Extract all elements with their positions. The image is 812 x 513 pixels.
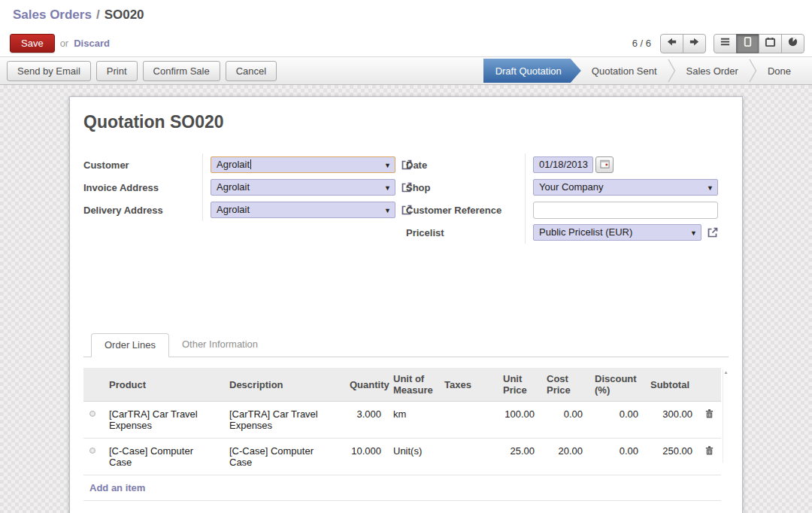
delivery-address-label: Delivery Address [83,205,202,216]
product-column-header[interactable]: Product [103,368,223,402]
edit-toolbar: Save or Discard 6 / 6 [0,30,812,56]
cell-cost-price[interactable]: 0.00 [541,402,589,439]
quotation-title: Quotation SO020 [83,112,729,132]
text-cursor [250,159,251,169]
save-button[interactable]: Save [10,34,55,53]
list-icon [720,36,731,50]
cell-discount[interactable]: 0.00 [589,439,644,475]
tab-other-information[interactable]: Other Information [169,333,271,357]
quantity-column-header[interactable]: Quantity [344,368,387,402]
pager-buttons [660,34,706,53]
drag-handle-icon[interactable] [89,411,95,417]
taxes-column-header[interactable]: Taxes [438,368,497,402]
calendar-icon [600,158,610,172]
cell-subtotal[interactable]: 300.00 [644,402,698,439]
chevron-down-icon: ▼ [384,180,391,196]
drag-handle-icon[interactable] [89,448,95,454]
date-picker-button[interactable] [595,156,614,173]
status-step-done[interactable]: Done [757,57,801,84]
breadcrumb-separator: / [96,8,100,23]
order-lines-table-wrap: ▴ Product Description Quantity Unit of M… [83,368,729,501]
chevron-down-icon: ▼ [707,180,714,196]
table-scrollbar[interactable]: ▴ [723,369,729,463]
customer-field-row: Customer Agrolait▼ [83,153,406,176]
field-grid: Customer Agrolait▼ Invoice Address Agrol… [83,153,729,244]
order-line-row[interactable]: [C-Case] Computer Case [C-Case] Computer… [83,439,721,475]
form-view-button[interactable] [736,34,759,53]
cell-description[interactable]: [C-Case] Computer Case [223,439,344,475]
pricelist-field-row: Pricelist Public Pricelist (EUR)▼ [406,221,729,244]
shop-select[interactable]: Your Company▼ [533,179,718,196]
delete-column-header [698,368,721,402]
chevron-down-icon: ▼ [384,157,391,174]
left-arrow-icon [666,36,677,50]
order-lines-table: Product Description Quantity Unit of Mea… [83,368,721,501]
cell-quantity[interactable]: 3.000 [344,402,387,439]
delivery-address-select[interactable]: Agrolait▼ [211,202,395,218]
breadcrumb-sales-orders-link[interactable]: Sales Orders [13,8,92,23]
date-label: Date [406,159,525,171]
cell-description[interactable]: [CarTRA] Car Travel Expenses [223,402,344,439]
table-header-row: Product Description Quantity Unit of Mea… [83,368,721,402]
delivery-address-field-row: Delivery Address Agrolait▼ [83,199,406,221]
date-field-row: Date 01/18/2013 [406,153,729,176]
status-step-sales-order[interactable]: Sales Order [676,57,749,84]
workflow-statusbar: Draft Quotation Quotation Sent Sales Ord… [483,57,812,84]
delete-row-button[interactable] [704,408,714,421]
pager-previous-button[interactable] [660,34,683,53]
customer-reference-field-row: Customer Reference [406,199,729,221]
pricelist-external-link-icon[interactable] [707,226,719,238]
chevron-separator-icon [668,57,676,84]
status-step-quotation-sent[interactable]: Quotation Sent [581,57,668,84]
confirm-sale-button[interactable]: Confirm Sale [143,61,220,81]
customer-select[interactable]: Agrolait▼ [211,156,395,173]
cell-quantity[interactable]: 10.000 [344,439,387,475]
pricelist-label: Pricelist [406,227,525,238]
invoice-address-select[interactable]: Agrolait▼ [211,179,395,196]
date-input[interactable]: 01/18/2013 [533,156,593,173]
pricelist-select[interactable]: Public Pricelist (EUR)▼ [533,224,701,241]
cell-discount[interactable]: 0.00 [589,402,644,439]
cost-price-column-header[interactable]: Cost Price [541,368,589,402]
chevron-separator-icon [749,57,757,84]
discard-link[interactable]: Discard [74,38,110,49]
list-view-button[interactable] [714,34,737,53]
subtotal-column-header[interactable]: Subtotal [644,368,698,402]
cell-taxes[interactable] [438,402,497,439]
customer-label: Customer [83,159,202,171]
form-canvas: Quotation SO020 Customer Agrolait▼ Invoi… [0,85,812,513]
form-sheet: Quotation SO020 Customer Agrolait▼ Invoi… [69,96,743,513]
tab-order-lines[interactable]: Order Lines [91,333,169,357]
action-statusbar: Send by Email Print Confirm Sale Cancel … [0,56,812,85]
calendar-view-button[interactable] [759,34,782,53]
trash-icon [704,408,714,421]
cell-subtotal[interactable]: 250.00 [644,439,698,475]
customer-reference-label: Customer Reference [406,205,525,216]
uom-column-header[interactable]: Unit of Measure [387,368,438,402]
graph-view-button[interactable] [781,34,804,53]
cell-cost-price[interactable]: 20.00 [541,439,589,475]
unit-price-column-header[interactable]: Unit Price [497,368,541,402]
cell-product[interactable]: [C-Case] Computer Case [103,439,223,475]
cell-uom[interactable]: Unit(s) [387,439,438,475]
cell-unit-price[interactable]: 25.00 [497,439,541,475]
pager-next-button[interactable] [683,34,706,53]
customer-reference-input[interactable] [533,202,718,219]
cell-uom[interactable]: km [387,402,438,439]
description-column-header[interactable]: Description [223,368,344,402]
chevron-down-icon: ▼ [690,225,697,241]
notebook-tabs: Order Lines Other Information [83,332,729,357]
add-an-item-link[interactable]: Add an item [89,482,145,493]
cell-unit-price[interactable]: 100.00 [497,402,541,439]
print-button[interactable]: Print [96,61,138,81]
status-step-draft-quotation[interactable]: Draft Quotation [483,59,581,83]
cell-taxes[interactable] [438,439,497,475]
discount-column-header[interactable]: Discount (%) [589,368,644,402]
delete-row-button[interactable] [704,445,714,458]
send-by-email-button[interactable]: Send by Email [7,61,91,81]
cell-product[interactable]: [CarTRA] Car Travel Expenses [103,402,223,439]
trash-icon [704,445,714,458]
order-line-row[interactable]: [CarTRA] Car Travel Expenses [CarTRA] Ca… [83,402,721,439]
cancel-button[interactable]: Cancel [226,61,277,81]
right-arrow-icon [689,36,700,50]
